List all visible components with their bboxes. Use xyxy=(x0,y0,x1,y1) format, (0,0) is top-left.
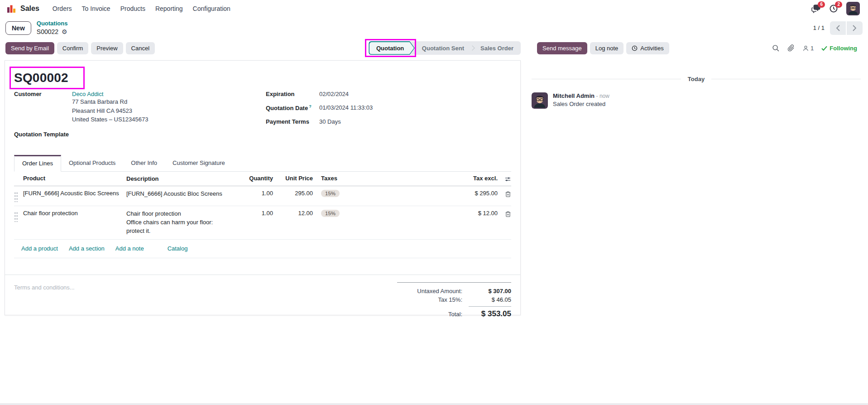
tax-label: Tax 15%: xyxy=(438,296,462,303)
cell-subtotal: $ 295.00 xyxy=(389,190,498,197)
app-switcher[interactable]: Sales xyxy=(5,4,43,14)
search-message-icon[interactable] xyxy=(772,44,780,52)
add-a-product-link[interactable]: Add a product xyxy=(21,245,58,252)
status-quotation-label: Quotation xyxy=(376,45,404,52)
tax-badge[interactable]: 15% xyxy=(321,210,340,217)
statusbar: Quotation Quotation Sent Sales Order xyxy=(369,41,521,55)
payment-terms-field[interactable]: 30 Days xyxy=(319,118,341,125)
tab-other-info[interactable]: Other Info xyxy=(123,155,165,172)
table-row: [FURN_6666] Acoustic Bloc Screens [FURN_… xyxy=(14,186,511,206)
chatter-panel: Today Mitchell Admin - now Sales xyxy=(521,59,868,109)
message-avatar[interactable] xyxy=(532,92,548,109)
description-line2: Office chairs can harm your floor: prote… xyxy=(126,218,232,236)
user-avatar[interactable] xyxy=(846,2,860,15)
status-sales-order[interactable]: Sales Order xyxy=(473,45,521,52)
total-label: Total: xyxy=(448,311,462,318)
quotation-template-label: Quotation Template xyxy=(14,131,86,138)
header-product: Product xyxy=(23,175,126,182)
drag-handle-icon[interactable] xyxy=(14,211,18,222)
cell-product[interactable]: [FURN_6666] Acoustic Bloc Screens xyxy=(23,190,126,197)
pager-next-button[interactable] xyxy=(847,21,863,35)
clock-small-icon xyxy=(632,45,638,51)
nav-item-to-invoice[interactable]: To Invoice xyxy=(77,2,115,15)
nav-item-reporting[interactable]: Reporting xyxy=(150,2,188,15)
person-icon xyxy=(802,45,809,52)
expiration-label: Expiration xyxy=(266,91,319,97)
table-row: Chair floor protection Chair floor prote… xyxy=(14,206,511,240)
followers-button[interactable]: 1 xyxy=(802,45,814,52)
cell-unit-price[interactable]: 12.00 xyxy=(273,210,313,217)
breadcrumb-current: S00022 xyxy=(37,28,58,36)
messages-menu[interactable]: 6 xyxy=(811,4,821,13)
cell-unit-price[interactable]: 295.00 xyxy=(273,190,313,197)
send-message-button[interactable]: Send message xyxy=(537,42,587,54)
tax-value: $ 46.05 xyxy=(469,296,511,303)
today-divider: Today xyxy=(532,76,861,82)
cell-quantity[interactable]: 1.00 xyxy=(237,190,273,197)
drag-handle-icon[interactable] xyxy=(14,191,18,202)
app-name[interactable]: Sales xyxy=(20,5,39,13)
header-description: Description xyxy=(126,175,237,183)
cell-description[interactable]: [FURN_6666] Acoustic Bloc Screens xyxy=(126,190,237,198)
nav-item-products[interactable]: Products xyxy=(115,2,150,15)
customer-address-line: 77 Santa Barbara Rd xyxy=(72,97,148,106)
send-by-email-button[interactable]: Send by Email xyxy=(5,42,54,54)
totals-block: Untaxed Amount: $ 307.00 Tax 15%: $ 46.0… xyxy=(397,282,511,319)
quotation-title: SQ00002 xyxy=(14,71,68,85)
status-quotation-sent[interactable]: Quotation Sent xyxy=(415,45,471,52)
delete-row-icon[interactable] xyxy=(498,210,511,217)
tab-order-lines[interactable]: Order Lines xyxy=(14,155,61,172)
log-note-button[interactable]: Log note xyxy=(590,42,624,54)
notebook-tabs: Order Lines Optional Products Other Info… xyxy=(14,154,511,172)
attachment-paperclip-icon[interactable] xyxy=(787,44,795,52)
preview-button[interactable]: Preview xyxy=(91,42,123,54)
activities-button[interactable]: Activities xyxy=(626,42,669,54)
status-quotation[interactable]: Quotation xyxy=(369,41,414,55)
cell-description[interactable]: Chair floor protection Office chairs can… xyxy=(126,210,237,236)
nav-item-configuration[interactable]: Configuration xyxy=(188,2,235,15)
breadcrumb: Quotations S00022 ⚙ xyxy=(37,20,68,36)
description-line1: Chair floor protection xyxy=(126,210,232,218)
tax-badge[interactable]: 15% xyxy=(321,190,340,197)
expiration-field[interactable]: 02/02/2024 xyxy=(319,91,349,97)
catalog-link[interactable]: Catalog xyxy=(168,245,188,252)
pager-count: 1 / 1 xyxy=(813,24,825,31)
followers-count: 1 xyxy=(810,45,814,52)
untaxed-amount-label: Untaxed Amount: xyxy=(417,288,462,294)
optional-columns-icon[interactable] xyxy=(498,175,511,183)
new-button[interactable]: New xyxy=(5,21,31,35)
add-a-note-link[interactable]: Add a note xyxy=(115,245,144,252)
today-label: Today xyxy=(688,76,705,82)
table-header-row: Product Description Quantity Unit Price … xyxy=(14,172,511,187)
tab-optional-products[interactable]: Optional Products xyxy=(61,155,123,172)
following-button[interactable]: Following xyxy=(821,45,857,52)
activities-menu[interactable]: 2 xyxy=(829,4,838,13)
message-author[interactable]: Mitchell Admin xyxy=(553,92,595,99)
pager-previous-button[interactable] xyxy=(830,21,846,35)
terms-placeholder[interactable]: Terms and conditions... xyxy=(14,282,75,319)
customer-link[interactable]: Deco Addict xyxy=(72,91,148,97)
untaxed-amount-value: $ 307.00 xyxy=(469,288,511,294)
cancel-button[interactable]: Cancel xyxy=(126,42,155,54)
cell-quantity[interactable]: 1.00 xyxy=(237,210,273,217)
gear-icon[interactable]: ⚙ xyxy=(62,29,67,35)
check-icon xyxy=(821,46,827,51)
messages-badge: 6 xyxy=(818,1,825,8)
sales-app-icon xyxy=(6,4,16,14)
nav-item-orders[interactable]: Orders xyxy=(48,2,77,15)
quotation-date-field[interactable]: 01/03/2024 11:33:03 xyxy=(319,104,373,111)
header-unit-price: Unit Price xyxy=(273,175,313,182)
breadcrumb-quotations-link[interactable]: Quotations xyxy=(37,20,68,28)
help-marker-icon: ? xyxy=(309,104,312,109)
table-footer-links: Add a product Add a section Add a note C… xyxy=(14,240,511,258)
following-label: Following xyxy=(830,45,857,52)
confirm-button[interactable]: Confirm xyxy=(57,42,89,54)
add-a-section-link[interactable]: Add a section xyxy=(69,245,105,252)
activities-label: Activities xyxy=(640,45,663,52)
payment-terms-label: Payment Terms xyxy=(266,118,319,125)
cell-product[interactable]: Chair floor protection xyxy=(23,210,126,217)
control-panel: Send by Email Confirm Preview Cancel Quo… xyxy=(0,37,868,59)
tab-customer-signature[interactable]: Customer Signature xyxy=(165,155,233,172)
delete-row-icon[interactable] xyxy=(498,190,511,198)
cell-subtotal: $ 12.00 xyxy=(389,210,498,217)
